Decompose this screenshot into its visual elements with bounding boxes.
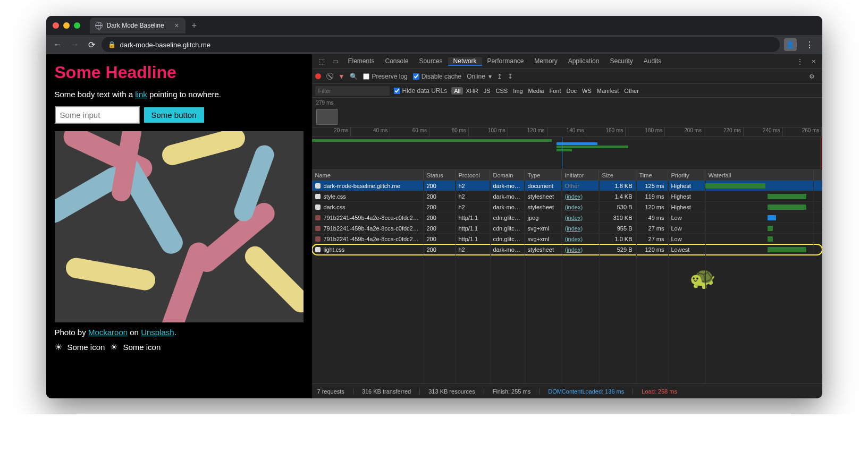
panel-tab-audits[interactable]: Audits bbox=[638, 57, 667, 65]
type-filter-js[interactable]: JS bbox=[481, 87, 493, 95]
close-tab-button[interactable]: × bbox=[173, 21, 180, 30]
column-size[interactable]: Size bbox=[599, 170, 636, 180]
column-initiator[interactable]: Initiator bbox=[562, 170, 599, 180]
url-text: dark-mode-baseline.glitch.me bbox=[120, 41, 211, 49]
site-link[interactable]: Unsplash bbox=[141, 328, 174, 337]
load-time: Load: 258 ms bbox=[642, 388, 686, 395]
type-filter-media[interactable]: Media bbox=[526, 87, 547, 95]
settings-icon[interactable]: ⚙ bbox=[805, 73, 819, 80]
globe-icon bbox=[95, 22, 103, 29]
disable-cache-checkbox[interactable]: Disable cache bbox=[413, 73, 461, 80]
requests-count: 7 requests bbox=[317, 388, 353, 395]
type-filter-img[interactable]: Img bbox=[510, 87, 525, 95]
minimize-window-button[interactable] bbox=[63, 22, 70, 29]
network-row[interactable]: dark.css200h2dark-mo…stylesheet(index)53… bbox=[312, 202, 822, 212]
network-table-header[interactable]: NameStatusProtocolDomainTypeInitiatorSiz… bbox=[312, 170, 822, 181]
overview-pane[interactable]: 279 ms bbox=[312, 98, 822, 127]
screenshot-thumb[interactable] bbox=[316, 109, 338, 125]
profile-button[interactable]: 👤 bbox=[784, 38, 797, 51]
submit-button[interactable]: Some button bbox=[143, 106, 205, 124]
network-row[interactable]: 791b2241-459b-4a2e-8cca-c0fdc2…200http/1… bbox=[312, 234, 822, 244]
address-bar: ← → ⟳ 🔒 dark-mode-baseline.glitch.me 👤 ⋮ bbox=[46, 35, 822, 54]
network-row[interactable]: 791b2241-459b-4a2e-8cca-c0fdc2…200http/1… bbox=[312, 212, 822, 223]
type-filter-other[interactable]: Other bbox=[621, 87, 642, 95]
panel-tab-memory[interactable]: Memory bbox=[529, 57, 562, 65]
status-bar: 7 requests 316 KB transferred 313 KB res… bbox=[312, 383, 822, 398]
browser-tab[interactable]: Dark Mode Baseline × bbox=[90, 18, 186, 33]
resources-size: 313 KB resources bbox=[428, 388, 484, 395]
forward-button[interactable]: → bbox=[68, 40, 82, 49]
search-icon[interactable]: 🔍 bbox=[350, 73, 358, 80]
dcl-time: DOMContentLoaded: 136 ms bbox=[548, 388, 633, 395]
column-domain[interactable]: Domain bbox=[490, 170, 525, 180]
tab-title: Dark Mode Baseline bbox=[107, 22, 164, 29]
panel-tab-network[interactable]: Network bbox=[448, 57, 482, 66]
preserve-log-checkbox[interactable]: Preserve log bbox=[363, 73, 407, 80]
sun-icon: ☀ bbox=[110, 342, 117, 352]
network-row[interactable]: dark-mode-baseline.glitch.me200h2dark-mo… bbox=[312, 181, 822, 191]
column-time[interactable]: Time bbox=[636, 170, 668, 180]
sun-icon: ☀ bbox=[55, 342, 62, 352]
devtools-tabs: ⬚ ▭ ElementsConsoleSourcesNetworkPerform… bbox=[312, 54, 822, 69]
back-button[interactable]: ← bbox=[50, 40, 65, 49]
new-tab-button[interactable]: + bbox=[186, 21, 203, 30]
panel-tab-security[interactable]: Security bbox=[604, 57, 638, 65]
network-row[interactable]: style.css200h2dark-mo…stylesheet(index)1… bbox=[312, 191, 822, 202]
upload-icon[interactable]: ↥ bbox=[497, 73, 502, 80]
clear-button[interactable] bbox=[326, 73, 333, 80]
window-controls bbox=[50, 22, 85, 29]
filter-toggle[interactable]: ▼ bbox=[339, 73, 345, 80]
devtools-menu[interactable]: ⋮ bbox=[793, 58, 807, 65]
column-name[interactable]: Name bbox=[312, 170, 424, 180]
type-filter-xhr[interactable]: XHR bbox=[463, 87, 481, 95]
timeline-pane[interactable]: 20 ms40 ms60 ms80 ms100 ms120 ms140 ms16… bbox=[312, 127, 822, 170]
column-status[interactable]: Status bbox=[424, 170, 456, 180]
devtools-panel: ⬚ ▭ ElementsConsoleSourcesNetworkPerform… bbox=[312, 54, 822, 398]
overview-duration: 279 ms bbox=[316, 100, 818, 106]
network-row[interactable]: 791b2241-459b-4a2e-8cca-c0fdc2…200http/1… bbox=[312, 223, 822, 234]
browser-menu-button[interactable]: ⋮ bbox=[801, 40, 818, 50]
panel-tab-application[interactable]: Application bbox=[563, 57, 605, 65]
text-input[interactable] bbox=[55, 106, 140, 124]
column-priority[interactable]: Priority bbox=[668, 170, 705, 180]
panel-tab-elements[interactable]: Elements bbox=[343, 57, 380, 65]
column-protocol[interactable]: Protocol bbox=[456, 170, 490, 180]
panel-tab-console[interactable]: Console bbox=[380, 57, 414, 65]
body-link[interactable]: link bbox=[135, 90, 147, 99]
image-caption: Photo by Mockaroon on Unsplash. bbox=[55, 328, 304, 337]
column-waterfall[interactable]: Waterfall bbox=[705, 170, 814, 180]
type-filter-css[interactable]: CSS bbox=[493, 87, 511, 95]
devtools-close-button[interactable]: × bbox=[808, 57, 819, 65]
close-window-button[interactable] bbox=[53, 22, 59, 29]
network-toolbar: ▼ 🔍 Preserve log Disable cache Online ▾ … bbox=[312, 69, 822, 84]
turtle-icon: 🐢 bbox=[689, 266, 716, 291]
inspect-icon[interactable]: ⬚ bbox=[315, 57, 328, 65]
type-filter-font[interactable]: Font bbox=[546, 87, 563, 95]
reload-button[interactable]: ⟳ bbox=[85, 40, 99, 50]
lock-icon: 🔒 bbox=[108, 41, 116, 48]
filter-input[interactable] bbox=[315, 86, 390, 96]
type-filter-doc[interactable]: Doc bbox=[563, 87, 579, 95]
panel-tab-performance[interactable]: Performance bbox=[482, 57, 529, 65]
network-row[interactable]: light.css200h2dark-mo…stylesheet(index)5… bbox=[312, 244, 822, 255]
type-filter-all[interactable]: All bbox=[451, 87, 463, 95]
type-filter-manifest[interactable]: Manifest bbox=[594, 87, 622, 95]
type-filter-ws[interactable]: WS bbox=[579, 87, 594, 95]
finish-time: Finish: 255 ms bbox=[493, 388, 540, 395]
body-text: Some body text with a link pointing to n… bbox=[55, 90, 304, 99]
hide-data-urls-checkbox[interactable]: Hide data URLs bbox=[394, 87, 448, 95]
device-icon[interactable]: ▭ bbox=[329, 57, 342, 65]
hero-image bbox=[55, 131, 304, 322]
transferred-size: 316 KB transferred bbox=[362, 388, 420, 395]
column-type[interactable]: Type bbox=[525, 170, 562, 180]
panel-tab-sources[interactable]: Sources bbox=[414, 57, 448, 65]
author-link[interactable]: Mockaroon bbox=[88, 328, 128, 337]
page-headline: Some Headline bbox=[55, 63, 304, 82]
download-icon[interactable]: ↧ bbox=[508, 73, 513, 80]
tab-bar: Dark Mode Baseline × + bbox=[46, 16, 822, 35]
icons-row: ☀ Some icon ☀ Some icon bbox=[55, 342, 304, 352]
url-input[interactable]: 🔒 dark-mode-baseline.glitch.me bbox=[102, 37, 780, 52]
maximize-window-button[interactable] bbox=[74, 22, 80, 29]
record-button[interactable] bbox=[315, 73, 321, 79]
throttle-select[interactable]: Online ▾ bbox=[467, 73, 492, 80]
